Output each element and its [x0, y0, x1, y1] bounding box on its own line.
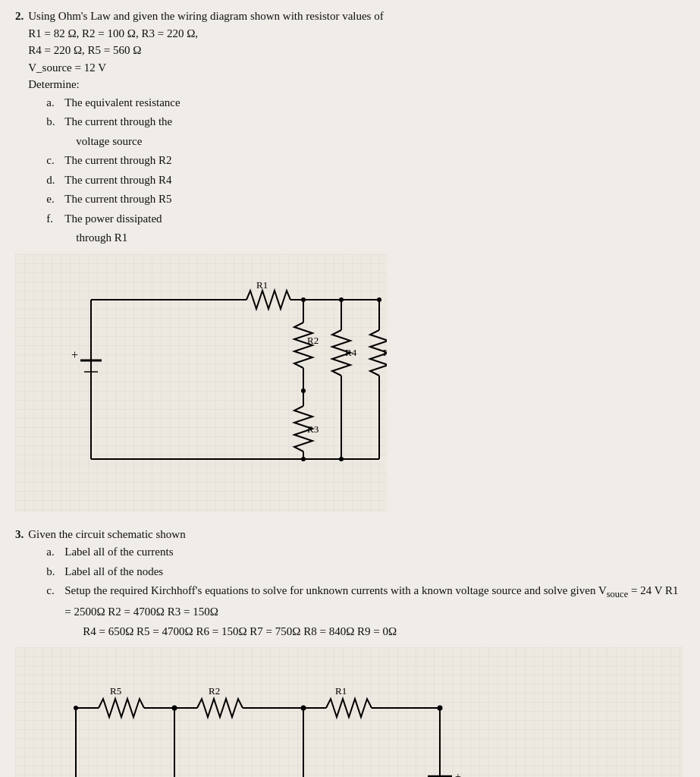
- problem-2-item-b: b. The current through the voltage sourc…: [46, 112, 383, 151]
- svg-text:R5: R5: [110, 685, 121, 697]
- svg-point-26: [339, 457, 344, 461]
- circuit-3-svg: R5 R2 R1 +: [15, 647, 683, 777]
- circuit-3-container: R5 R2 R1 +: [15, 647, 685, 777]
- problem-2-item-d: d. The current through R4: [46, 171, 383, 190]
- svg-text:R3: R3: [307, 423, 319, 435]
- problem-3-number: 3.: [15, 526, 24, 642]
- circuit-2-container: + R1 R2 R3: [15, 254, 685, 512]
- svg-rect-0: [15, 254, 387, 512]
- svg-point-17: [301, 388, 306, 393]
- svg-text:R5: R5: [383, 347, 387, 358]
- problem-2-line4: V_source = 12 V: [28, 59, 383, 77]
- problem-2-line2: R1 = 82 Ω, R2 = 100 Ω, R3 = 220 Ω,: [28, 25, 383, 42]
- problem-2-intro-block: Using Ohm's Law and given the wiring dia…: [28, 8, 383, 248]
- svg-text:R1: R1: [256, 279, 268, 291]
- problem-3-subitems: a. Label all of the currents b. Label al…: [46, 543, 685, 641]
- problem-2-item-e: e. The current through R5: [46, 190, 383, 209]
- problem-3-header: 3. Given the circuit schematic shown a. …: [15, 526, 685, 642]
- svg-text:R2: R2: [209, 685, 220, 697]
- svg-text:R2: R2: [307, 335, 319, 346]
- problem-3-intro: Given the circuit schematic shown: [28, 528, 185, 540]
- problem-3-intro-block: Given the circuit schematic shown a. Lab…: [28, 526, 685, 642]
- problem-3-item-b: b. Label all of the nodes: [46, 562, 685, 582]
- problem-2-item-a: a. The equivalent resistance: [46, 93, 383, 113]
- problem-3-item-c: c. Setup the required Kirchhoff's equati…: [46, 581, 685, 622]
- problem-2-line5: Determine:: [28, 76, 383, 93]
- svg-point-28: [377, 297, 381, 302]
- svg-point-25: [301, 457, 306, 461]
- problem-2-header: 2. Using Ohm's Law and given the wiring …: [15, 8, 685, 248]
- circuit-2-svg: + R1 R2 R3: [15, 254, 387, 512]
- problem-2-subitems: a. The equivalent resistance b. The curr…: [46, 93, 383, 248]
- problem-2-line3: R4 = 220 Ω, R5 = 560 Ω: [28, 42, 383, 59]
- problem-3-item-a: a. Label all of the currents: [46, 543, 685, 562]
- svg-rect-29: [15, 647, 683, 777]
- svg-text:R1: R1: [335, 685, 347, 697]
- problem-2: 2. Using Ohm's Law and given the wiring …: [15, 8, 685, 512]
- svg-text:+: +: [71, 348, 78, 361]
- problem-3: 3. Given the circuit schematic shown a. …: [15, 526, 685, 778]
- problem-2-number: 2.: [15, 8, 24, 248]
- svg-point-27: [339, 297, 344, 302]
- problem-3-equation: R4 = 650Ω R5 = 4700Ω R6 = 150Ω R7 = 750Ω…: [83, 622, 685, 642]
- svg-text:R4: R4: [345, 347, 357, 358]
- problem-2-item-f: f. The power dissipated through R1: [46, 209, 383, 248]
- svg-text:+: +: [455, 771, 461, 777]
- problem-2-item-c: c. The current through R2: [46, 151, 383, 171]
- svg-point-70: [74, 706, 78, 710]
- problem-2-intro: Using Ohm's Law and given the wiring dia…: [28, 8, 383, 25]
